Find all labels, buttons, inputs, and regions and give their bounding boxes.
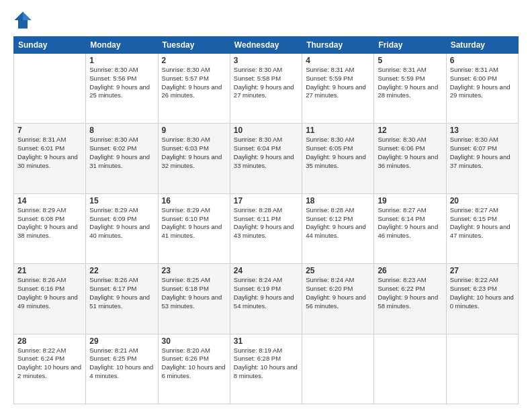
day-info: Sunrise: 8:29 AM Sunset: 6:10 PM Dayligh… — [162, 206, 226, 240]
sunrise-label: Sunrise: 8:30 AM — [162, 136, 210, 143]
calendar-cell — [302, 334, 374, 404]
day-info: Sunrise: 8:21 AM Sunset: 6:25 PM Dayligh… — [89, 347, 154, 381]
daylight-label: Daylight: 9 hours and 30 minutes. — [17, 153, 78, 169]
sunset-label: Sunset: 6:10 PM — [162, 215, 209, 222]
day-number: 1 — [89, 56, 154, 65]
sunrise-label: Sunrise: 8:30 AM — [450, 136, 498, 143]
daylight-label: Daylight: 9 hours and 46 minutes. — [378, 223, 438, 239]
day-info: Sunrise: 8:28 AM Sunset: 6:12 PM Dayligh… — [306, 206, 370, 240]
day-number: 24 — [234, 266, 298, 275]
day-info: Sunrise: 8:24 AM Sunset: 6:20 PM Dayligh… — [306, 276, 370, 310]
calendar-cell — [14, 54, 86, 124]
calendar-header-row: SundayMondayTuesdayWednesdayThursdayFrid… — [14, 37, 519, 54]
day-number: 15 — [89, 196, 154, 205]
sunset-label: Sunset: 6:26 PM — [162, 355, 209, 362]
sunset-label: Sunset: 5:57 PM — [162, 75, 209, 82]
daylight-label: Daylight: 9 hours and 54 minutes. — [234, 293, 294, 310]
daylight-label: Daylight: 9 hours and 25 minutes. — [89, 83, 150, 99]
day-number: 31 — [234, 336, 298, 346]
daylight-label: Daylight: 10 hours and 8 minutes. — [234, 363, 298, 379]
daylight-label: Daylight: 9 hours and 33 minutes. — [234, 153, 294, 169]
sunrise-label: Sunrise: 8:25 AM — [162, 276, 210, 283]
daylight-label: Daylight: 9 hours and 26 minutes. — [162, 83, 222, 99]
daylight-label: Daylight: 9 hours and 36 minutes. — [378, 153, 438, 169]
daylight-label: Daylight: 9 hours and 37 minutes. — [450, 153, 511, 169]
sunset-label: Sunset: 6:02 PM — [89, 144, 136, 152]
day-number: 30 — [162, 336, 226, 346]
sunrise-label: Sunrise: 8:27 AM — [378, 206, 426, 214]
calendar-cell: 17 Sunrise: 8:28 AM Sunset: 6:11 PM Dayl… — [230, 193, 302, 263]
calendar-cell: 5 Sunrise: 8:31 AM Sunset: 5:59 PM Dayli… — [374, 54, 446, 124]
calendar-cell: 9 Sunrise: 8:30 AM Sunset: 6:03 PM Dayli… — [158, 124, 230, 193]
day-info: Sunrise: 8:28 AM Sunset: 6:11 PM Dayligh… — [234, 206, 298, 240]
sunrise-label: Sunrise: 8:30 AM — [89, 66, 138, 73]
calendar-cell: 4 Sunrise: 8:31 AM Sunset: 5:59 PM Dayli… — [302, 54, 374, 124]
calendar-cell: 1 Sunrise: 8:30 AM Sunset: 5:56 PM Dayli… — [86, 54, 158, 124]
day-number: 26 — [378, 266, 442, 275]
calendar-cell — [374, 334, 446, 404]
day-number: 6 — [450, 56, 515, 65]
daylight-label: Daylight: 9 hours and 58 minutes. — [378, 293, 438, 310]
day-info: Sunrise: 8:29 AM Sunset: 6:08 PM Dayligh… — [17, 206, 82, 240]
daylight-label: Daylight: 9 hours and 27 minutes. — [306, 83, 366, 99]
daylight-label: Daylight: 9 hours and 29 minutes. — [450, 83, 511, 99]
sunset-label: Sunset: 6:06 PM — [378, 144, 425, 152]
daylight-label: Daylight: 10 hours and 2 minutes. — [17, 363, 81, 379]
sunset-label: Sunset: 6:09 PM — [89, 215, 136, 222]
daylight-label: Daylight: 9 hours and 41 minutes. — [162, 223, 222, 239]
page: SundayMondayTuesdayWednesdayThursdayFrid… — [0, 0, 532, 411]
sunset-label: Sunset: 5:58 PM — [234, 75, 281, 82]
sunrise-label: Sunrise: 8:28 AM — [234, 206, 282, 214]
sunset-label: Sunset: 6:16 PM — [17, 285, 64, 292]
calendar-cell: 10 Sunrise: 8:30 AM Sunset: 6:04 PM Dayl… — [230, 124, 302, 193]
sunrise-label: Sunrise: 8:23 AM — [378, 276, 426, 283]
calendar-cell: 11 Sunrise: 8:30 AM Sunset: 6:05 PM Dayl… — [302, 124, 374, 193]
weekday-header: Wednesday — [230, 37, 302, 54]
sunset-label: Sunset: 6:23 PM — [450, 285, 497, 292]
daylight-label: Daylight: 9 hours and 40 minutes. — [89, 223, 150, 239]
daylight-label: Daylight: 10 hours and 4 minutes. — [89, 363, 153, 379]
day-info: Sunrise: 8:30 AM Sunset: 6:05 PM Dayligh… — [306, 136, 370, 170]
sunrise-label: Sunrise: 8:29 AM — [162, 206, 210, 214]
daylight-label: Daylight: 9 hours and 38 minutes. — [17, 223, 78, 239]
day-number: 10 — [234, 126, 298, 135]
sunrise-label: Sunrise: 8:24 AM — [306, 276, 354, 283]
day-info: Sunrise: 8:19 AM Sunset: 6:28 PM Dayligh… — [234, 347, 298, 381]
weekday-header: Saturday — [446, 37, 518, 54]
daylight-label: Daylight: 9 hours and 51 minutes. — [89, 293, 150, 310]
calendar-cell: 19 Sunrise: 8:27 AM Sunset: 6:14 PM Dayl… — [374, 193, 446, 263]
sunrise-label: Sunrise: 8:22 AM — [17, 347, 66, 354]
sunset-label: Sunset: 6:04 PM — [234, 144, 281, 152]
calendar-week-row: 1 Sunrise: 8:30 AM Sunset: 5:56 PM Dayli… — [14, 54, 519, 124]
sunset-label: Sunset: 6:12 PM — [306, 215, 353, 222]
sunrise-label: Sunrise: 8:20 AM — [162, 347, 210, 354]
sunrise-label: Sunrise: 8:30 AM — [378, 136, 426, 143]
logo-icon — [13, 11, 32, 30]
sunset-label: Sunset: 5:56 PM — [89, 75, 136, 82]
day-info: Sunrise: 8:22 AM Sunset: 6:24 PM Dayligh… — [17, 347, 82, 381]
day-info: Sunrise: 8:26 AM Sunset: 6:17 PM Dayligh… — [89, 276, 154, 310]
weekday-header: Friday — [374, 37, 446, 54]
calendar-week-row: 7 Sunrise: 8:31 AM Sunset: 6:01 PM Dayli… — [14, 124, 519, 193]
sunset-label: Sunset: 6:22 PM — [378, 285, 425, 292]
calendar-cell: 29 Sunrise: 8:21 AM Sunset: 6:25 PM Dayl… — [86, 334, 158, 404]
daylight-label: Daylight: 9 hours and 43 minutes. — [234, 223, 294, 239]
calendar-cell: 27 Sunrise: 8:22 AM Sunset: 6:23 PM Dayl… — [446, 264, 518, 334]
logo — [13, 11, 35, 30]
sunrise-label: Sunrise: 8:24 AM — [234, 276, 282, 283]
calendar-cell: 18 Sunrise: 8:28 AM Sunset: 6:12 PM Dayl… — [302, 193, 374, 263]
sunrise-label: Sunrise: 8:31 AM — [17, 136, 66, 143]
day-number: 20 — [450, 196, 515, 205]
sunset-label: Sunset: 5:59 PM — [378, 75, 425, 82]
day-number: 8 — [89, 126, 154, 135]
calendar-cell: 6 Sunrise: 8:31 AM Sunset: 6:00 PM Dayli… — [446, 54, 518, 124]
daylight-label: Daylight: 9 hours and 53 minutes. — [162, 293, 222, 310]
day-number: 9 — [162, 126, 226, 135]
sunrise-label: Sunrise: 8:30 AM — [162, 66, 210, 73]
sunset-label: Sunset: 6:00 PM — [450, 75, 497, 82]
day-number: 17 — [234, 196, 298, 205]
day-info: Sunrise: 8:29 AM Sunset: 6:09 PM Dayligh… — [89, 206, 154, 240]
day-number: 27 — [450, 266, 515, 275]
daylight-label: Daylight: 9 hours and 56 minutes. — [306, 293, 366, 310]
day-number: 5 — [378, 56, 442, 65]
